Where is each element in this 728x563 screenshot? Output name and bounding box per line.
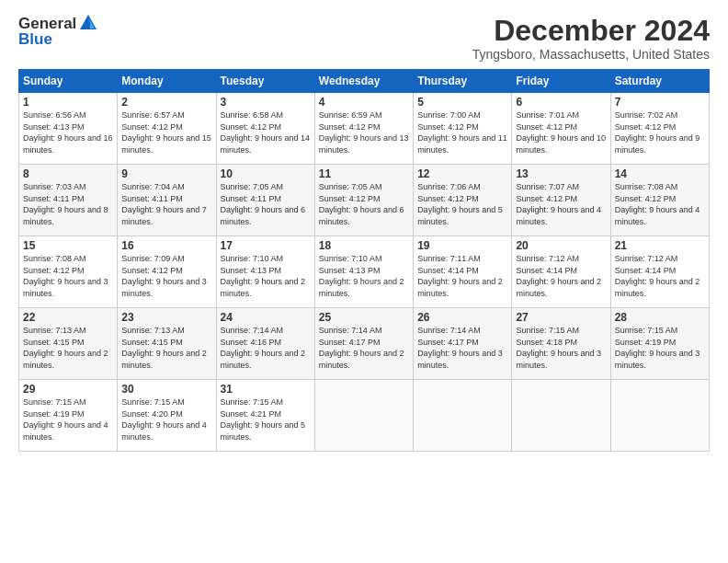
day-number: 13 [516,167,606,180]
day-number: 1 [23,96,113,109]
col-wednesday: Wednesday [314,70,413,93]
day-info: Sunrise: 7:01 AMSunset: 4:12 PMDaylight:… [516,109,606,155]
day-info: Sunrise: 7:13 AMSunset: 4:15 PMDaylight:… [121,325,211,371]
calendar-cell: 30Sunrise: 7:15 AMSunset: 4:20 PMDayligh… [118,380,216,452]
day-number: 22 [23,311,113,324]
day-info: Sunrise: 7:05 AMSunset: 4:12 PMDaylight:… [319,181,409,227]
day-info: Sunrise: 7:10 AMSunset: 4:13 PMDaylight:… [319,253,409,299]
day-number: 11 [319,167,409,180]
calendar-cell: 15Sunrise: 7:08 AMSunset: 4:12 PMDayligh… [19,236,118,308]
day-info: Sunrise: 7:14 AMSunset: 4:16 PMDaylight:… [221,325,311,371]
calendar-cell: 18Sunrise: 7:10 AMSunset: 4:13 PMDayligh… [314,236,413,308]
day-info: Sunrise: 7:15 AMSunset: 4:21 PMDaylight:… [221,396,311,442]
day-info: Sunrise: 7:15 AMSunset: 4:19 PMDaylight:… [615,325,705,371]
calendar-header-row: Sunday Monday Tuesday Wednesday Thursday… [19,70,710,93]
day-info: Sunrise: 7:13 AMSunset: 4:15 PMDaylight:… [23,325,113,371]
col-tuesday: Tuesday [216,70,314,93]
calendar-cell: 3Sunrise: 6:58 AMSunset: 4:12 PMDaylight… [216,93,314,165]
logo: General Blue [18,15,98,49]
calendar-cell: 5Sunrise: 7:00 AMSunset: 4:12 PMDaylight… [414,93,512,165]
calendar-week-row: 29Sunrise: 7:15 AMSunset: 4:19 PMDayligh… [19,380,710,452]
calendar-cell: 9Sunrise: 7:04 AMSunset: 4:11 PMDaylight… [118,165,216,236]
day-number: 14 [615,167,705,180]
calendar-cell: 11Sunrise: 7:05 AMSunset: 4:12 PMDayligh… [314,165,413,236]
col-sunday: Sunday [19,70,118,93]
calendar-cell: 7Sunrise: 7:02 AMSunset: 4:12 PMDaylight… [610,93,709,165]
day-number: 2 [121,96,211,109]
day-number: 6 [516,96,606,109]
day-number: 7 [615,96,705,109]
calendar-cell: 22Sunrise: 7:13 AMSunset: 4:15 PMDayligh… [19,308,118,380]
day-info: Sunrise: 7:10 AMSunset: 4:13 PMDaylight:… [221,253,311,299]
calendar-cell: 6Sunrise: 7:01 AMSunset: 4:12 PMDaylight… [512,93,610,165]
day-info: Sunrise: 7:12 AMSunset: 4:14 PMDaylight:… [615,253,705,299]
day-number: 24 [221,311,311,324]
day-number: 12 [417,167,507,180]
calendar-cell: 10Sunrise: 7:05 AMSunset: 4:11 PMDayligh… [216,165,314,236]
calendar-cell: 29Sunrise: 7:15 AMSunset: 4:19 PMDayligh… [19,380,118,452]
calendar-cell: 23Sunrise: 7:13 AMSunset: 4:15 PMDayligh… [118,308,216,380]
day-number: 17 [221,239,311,252]
day-number: 23 [121,311,211,324]
day-info: Sunrise: 7:11 AMSunset: 4:14 PMDaylight:… [417,253,507,299]
day-info: Sunrise: 7:02 AMSunset: 4:12 PMDaylight:… [615,109,705,155]
day-info: Sunrise: 7:15 AMSunset: 4:20 PMDaylight:… [121,396,211,442]
col-friday: Friday [512,70,610,93]
day-number: 26 [417,311,507,324]
day-number: 16 [121,239,211,252]
day-number: 31 [221,383,311,396]
day-number: 28 [615,311,705,324]
day-info: Sunrise: 7:14 AMSunset: 4:17 PMDaylight:… [417,325,507,371]
day-number: 27 [516,311,606,324]
calendar-cell: 26Sunrise: 7:14 AMSunset: 4:17 PMDayligh… [414,308,512,380]
calendar-cell: 24Sunrise: 7:14 AMSunset: 4:16 PMDayligh… [216,308,314,380]
calendar-cell: 4Sunrise: 6:59 AMSunset: 4:12 PMDaylight… [314,93,413,165]
day-info: Sunrise: 7:03 AMSunset: 4:11 PMDaylight:… [23,181,113,227]
day-info: Sunrise: 7:06 AMSunset: 4:12 PMDaylight:… [417,181,507,227]
day-number: 15 [23,239,113,252]
day-info: Sunrise: 7:07 AMSunset: 4:12 PMDaylight:… [516,181,606,227]
day-info: Sunrise: 6:57 AMSunset: 4:12 PMDaylight:… [121,109,211,155]
day-number: 4 [319,96,409,109]
calendar-cell: 17Sunrise: 7:10 AMSunset: 4:13 PMDayligh… [216,236,314,308]
calendar-cell: 1Sunrise: 6:56 AMSunset: 4:13 PMDaylight… [19,93,118,165]
day-number: 19 [417,239,507,252]
calendar-cell: 12Sunrise: 7:06 AMSunset: 4:12 PMDayligh… [414,165,512,236]
calendar-cell: 27Sunrise: 7:15 AMSunset: 4:18 PMDayligh… [512,308,610,380]
calendar-title: December 2024 [472,15,710,47]
day-info: Sunrise: 7:14 AMSunset: 4:17 PMDaylight:… [319,325,409,371]
calendar-page: General Blue December 2024 Tyngsboro, Ma… [0,0,728,563]
day-info: Sunrise: 6:56 AMSunset: 4:13 PMDaylight:… [23,109,113,155]
day-info: Sunrise: 7:08 AMSunset: 4:12 PMDaylight:… [23,253,113,299]
calendar-subtitle: Tyngsboro, Massachusetts, United States [472,47,710,62]
calendar-cell: 21Sunrise: 7:12 AMSunset: 4:14 PMDayligh… [610,236,709,308]
day-number: 8 [23,167,113,180]
calendar-week-row: 22Sunrise: 7:13 AMSunset: 4:15 PMDayligh… [19,308,710,380]
day-info: Sunrise: 7:15 AMSunset: 4:18 PMDaylight:… [516,325,606,371]
day-number: 3 [221,96,311,109]
day-number: 18 [319,239,409,252]
calendar-cell: 31Sunrise: 7:15 AMSunset: 4:21 PMDayligh… [216,380,314,452]
day-info: Sunrise: 7:00 AMSunset: 4:12 PMDaylight:… [417,109,507,155]
calendar-cell: 2Sunrise: 6:57 AMSunset: 4:12 PMDaylight… [118,93,216,165]
day-number: 9 [121,167,211,180]
day-info: Sunrise: 7:05 AMSunset: 4:11 PMDaylight:… [221,181,311,227]
title-block: December 2024 Tyngsboro, Massachusetts, … [472,15,710,62]
day-info: Sunrise: 7:09 AMSunset: 4:12 PMDaylight:… [121,253,211,299]
calendar-cell: 13Sunrise: 7:07 AMSunset: 4:12 PMDayligh… [512,165,610,236]
calendar-week-row: 15Sunrise: 7:08 AMSunset: 4:12 PMDayligh… [19,236,710,308]
calendar-cell [314,380,413,452]
calendar-cell: 20Sunrise: 7:12 AMSunset: 4:14 PMDayligh… [512,236,610,308]
day-number: 29 [23,383,113,396]
logo-text-blue: Blue [18,31,98,49]
calendar-table: Sunday Monday Tuesday Wednesday Thursday… [18,69,710,452]
day-info: Sunrise: 7:12 AMSunset: 4:14 PMDaylight:… [516,253,606,299]
col-saturday: Saturday [610,70,709,93]
calendar-cell: 16Sunrise: 7:09 AMSunset: 4:12 PMDayligh… [118,236,216,308]
day-info: Sunrise: 7:04 AMSunset: 4:11 PMDaylight:… [121,181,211,227]
calendar-week-row: 8Sunrise: 7:03 AMSunset: 4:11 PMDaylight… [19,165,710,236]
svg-marker-0 [80,15,97,29]
calendar-cell [414,380,512,452]
day-number: 30 [121,383,211,396]
day-info: Sunrise: 6:58 AMSunset: 4:12 PMDaylight:… [221,109,311,155]
